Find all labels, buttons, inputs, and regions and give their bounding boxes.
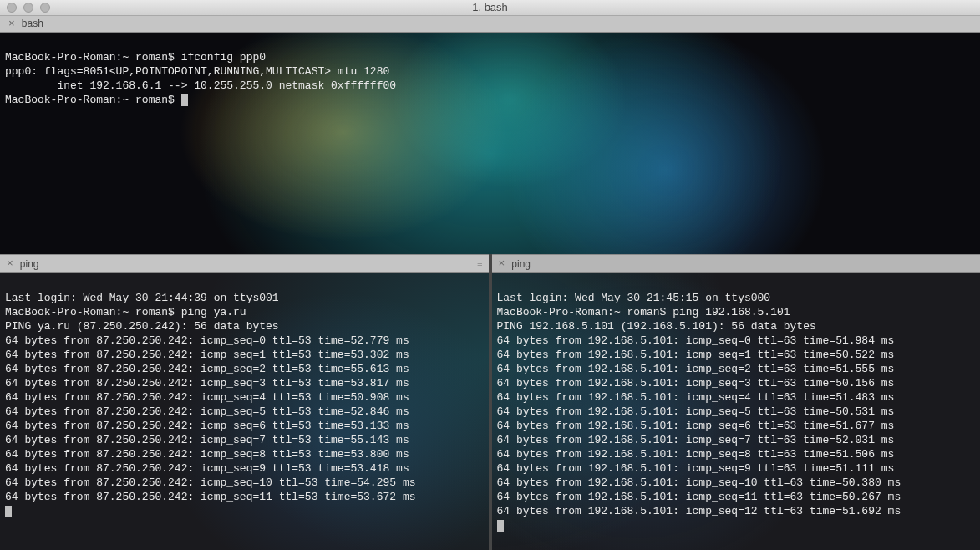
close-icon[interactable]: × [0, 257, 20, 270]
terminal-output: Last login: Wed May 30 21:44:39 on ttys0… [0, 273, 489, 536]
close-icon[interactable]: × [8, 18, 15, 29]
term-line: 64 bytes from 87.250.250.242: icmp_seq=6… [5, 420, 409, 432]
term-line: 64 bytes from 87.250.250.242: icmp_seq=1… [5, 476, 415, 489]
term-line: 64 bytes from 192.168.5.101: icmp_seq=5 … [497, 405, 895, 418]
tab-label: bash [22, 18, 43, 29]
term-line: MacBook-Pro-Roman:~ roman$ ping 192.168.… [497, 306, 790, 318]
term-line: 64 bytes from 87.250.250.242: icmp_seq=9… [5, 462, 409, 475]
term-line: 64 bytes from 192.168.5.101: icmp_seq=0 … [497, 334, 895, 347]
term-line: 64 bytes from 192.168.5.101: icmp_seq=7 … [497, 434, 895, 446]
term-line: 64 bytes from 192.168.5.101: icmp_seq=4 … [497, 391, 895, 404]
term-line: 64 bytes from 87.250.250.242: icmp_seq=0… [5, 334, 409, 347]
term-line: 64 bytes from 192.168.5.101: icmp_seq=11… [497, 491, 901, 503]
term-line: 64 bytes from 87.250.250.242: icmp_seq=7… [5, 434, 409, 446]
tab-label: ping [20, 258, 39, 270]
right-terminal-pane[interactable]: Last login: Wed May 30 21:45:15 on ttys0… [492, 273, 981, 550]
left-pane: × ping ≡ Last login: Wed May 30 21:44:39… [0, 254, 489, 550]
term-line: Last login: Wed May 30 21:44:39 on ttys0… [5, 292, 279, 304]
term-line: 64 bytes from 87.250.250.242: icmp_seq=1… [5, 349, 409, 361]
term-line: 64 bytes from 87.250.250.242: icmp_seq=2… [5, 363, 409, 375]
term-line: 64 bytes from 192.168.5.101: icmp_seq=10… [497, 476, 901, 489]
term-line: Last login: Wed May 30 21:45:15 on ttys0… [497, 292, 771, 304]
terminal-output: Last login: Wed May 30 21:45:15 on ttys0… [492, 273, 981, 550]
left-terminal-pane[interactable]: Last login: Wed May 30 21:44:39 on ttys0… [0, 273, 489, 550]
window-title: 1. bash [0, 1, 980, 13]
cursor-icon [497, 520, 504, 532]
term-line: 64 bytes from 87.250.250.242: icmp_seq=5… [5, 405, 409, 418]
cursor-icon [5, 506, 12, 517]
tab-label: ping [511, 258, 531, 270]
term-line: PING ya.ru (87.250.250.242): 56 data byt… [5, 320, 279, 333]
close-window-icon[interactable] [7, 3, 17, 13]
top-terminal-pane[interactable]: MacBook-Pro-Roman:~ roman$ ifconfig ppp0… [0, 33, 980, 254]
term-line: 64 bytes from 87.250.250.242: icmp_seq=3… [5, 377, 409, 390]
term-line: MacBook-Pro-Roman:~ roman$ ping ya.ru [5, 306, 246, 318]
minimize-window-icon[interactable] [23, 3, 33, 13]
right-tab-bar: × ping [492, 254, 981, 273]
drag-handle-icon[interactable]: ≡ [477, 259, 484, 269]
top-tab-bar: × bash [0, 16, 980, 33]
term-line: 64 bytes from 87.250.250.242: icmp_seq=4… [5, 391, 409, 404]
term-prompt: MacBook-Pro-Roman:~ roman$ [5, 94, 181, 106]
term-line: inet 192.168.6.1 --> 10.255.255.0 netmas… [5, 79, 396, 92]
term-line: MacBook-Pro-Roman:~ roman$ ifconfig ppp0 [5, 51, 266, 64]
top-tab-bash[interactable]: × bash [0, 16, 52, 32]
term-line: 64 bytes from 192.168.5.101: icmp_seq=3 … [497, 377, 895, 390]
term-line: 64 bytes from 192.168.5.101: icmp_seq=2 … [497, 363, 895, 375]
bottom-split: × ping ≡ Last login: Wed May 30 21:44:39… [0, 254, 980, 550]
right-pane: × ping Last login: Wed May 30 21:45:15 o… [492, 254, 981, 550]
term-line: 64 bytes from 192.168.5.101: icmp_seq=9 … [497, 462, 895, 475]
term-line: 64 bytes from 87.250.250.242: icmp_seq=8… [5, 448, 409, 461]
term-line: 64 bytes from 192.168.5.101: icmp_seq=6 … [497, 420, 895, 432]
traffic-lights [0, 3, 50, 13]
window-titlebar[interactable]: 1. bash [0, 0, 980, 16]
term-line: PING 192.168.5.101 (192.168.5.101): 56 d… [497, 320, 816, 333]
term-line: ppp0: flags=8051<UP,POINTOPOINT,RUNNING,… [5, 65, 389, 78]
cursor-icon [181, 94, 188, 106]
term-line: 64 bytes from 87.250.250.242: icmp_seq=1… [5, 491, 415, 503]
term-line: 64 bytes from 192.168.5.101: icmp_seq=8 … [497, 448, 895, 461]
terminal-output: MacBook-Pro-Roman:~ roman$ ifconfig ppp0… [0, 33, 980, 125]
close-icon[interactable]: × [492, 257, 512, 270]
maximize-window-icon[interactable] [40, 3, 50, 13]
term-line: 64 bytes from 192.168.5.101: icmp_seq=12… [497, 505, 901, 517]
term-line: 64 bytes from 192.168.5.101: icmp_seq=1 … [497, 349, 895, 361]
left-tab-bar: × ping ≡ [0, 254, 489, 273]
